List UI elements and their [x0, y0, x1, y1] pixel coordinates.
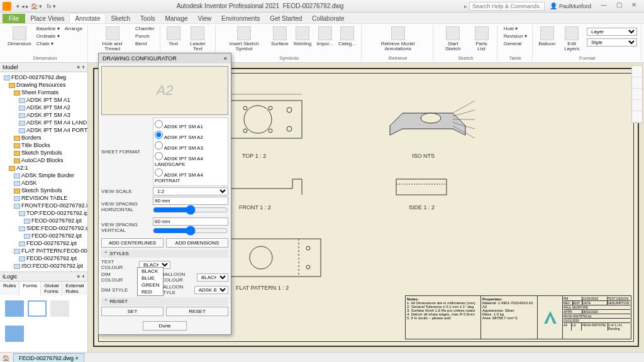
tab-environments[interactable]: Environments: [216, 14, 265, 23]
tab-annotate[interactable]: Annotate: [69, 13, 106, 23]
orbit-icon[interactable]: [632, 77, 642, 89]
tree-node[interactable]: FEOD-00276792.ipt: [1, 232, 86, 239]
punch-button[interactable]: Punch: [134, 33, 156, 40]
chamfer-button[interactable]: Chamfer: [134, 25, 156, 32]
close-button[interactable]: ✕: [626, 1, 641, 11]
doc-tab-home-icon[interactable]: 🏠: [3, 355, 9, 361]
logic-tab-global[interactable]: Global Forms: [41, 282, 62, 295]
sketch-symbol-button[interactable]: Insert Sketch Symbol: [221, 25, 267, 53]
welding-button[interactable]: Welding: [292, 25, 313, 48]
model-tree[interactable]: FEOD-00276792.dwgDrawing ResourcesSheet …: [0, 72, 87, 272]
text-colour-dropdown[interactable]: BLACK BLUE GREEN RED: [137, 267, 164, 296]
ilogic-close-icon[interactable]: × +: [77, 273, 85, 280]
logic-tab-external[interactable]: External Rules: [62, 282, 87, 295]
view-scale-select[interactable]: 1:2: [153, 187, 228, 195]
tree-node[interactable]: ADSK: [1, 179, 86, 187]
tree-node[interactable]: FEOD-00276792.dwg: [1, 74, 86, 81]
help-search-input[interactable]: [469, 2, 545, 11]
logic-tab-rules[interactable]: Rules: [0, 282, 19, 295]
colour-option-green[interactable]: GREEN: [138, 282, 163, 288]
dialog-close-icon[interactable]: ×: [224, 55, 227, 62]
tree-node[interactable]: ADSK Simple Border: [1, 172, 86, 179]
tree-node[interactable]: ADSK IPT SM A4 PORTRAIT: [1, 126, 86, 134]
text-button[interactable]: Text: [165, 25, 182, 48]
tree-node[interactable]: FEOD-00276792.ipt: [1, 255, 86, 262]
add-dimensions-button[interactable]: ADD DIMENSIONS: [166, 238, 228, 248]
tree-node[interactable]: AutoCAD Blocks: [1, 156, 86, 164]
tree-node[interactable]: FLAT PATTERN:FEOD-00276792.ipt: [1, 247, 86, 255]
tab-manage[interactable]: Manage: [160, 14, 192, 23]
tree-node[interactable]: ADSK IPT SM A2: [1, 104, 86, 111]
layer-select[interactable]: Layer: [587, 28, 637, 36]
tree-node[interactable]: Borders: [1, 134, 86, 141]
form-shape[interactable]: [5, 326, 24, 342]
surface-button[interactable]: Surface: [270, 25, 290, 48]
set-button[interactable]: SET: [101, 307, 164, 316]
baseline-button[interactable]: Baseline ▾: [35, 25, 61, 32]
tree-node[interactable]: Sketch Symbols: [1, 149, 86, 156]
tree-node[interactable]: FEOD-00276792.ipt: [1, 217, 86, 224]
tree-node[interactable]: Title Blocks: [1, 141, 86, 149]
tree-node[interactable]: Drawing Resources: [1, 81, 86, 89]
ordinate-button[interactable]: Ordinate ▾: [35, 33, 61, 40]
logic-tab-forms[interactable]: Forms: [19, 282, 41, 295]
panel-close-icon[interactable]: × +: [77, 64, 85, 70]
reset-button[interactable]: RESET: [166, 307, 228, 316]
parts-list-button[interactable]: Parts List: [470, 25, 492, 53]
chain-button[interactable]: Chain ▾: [35, 40, 61, 47]
look-at-icon[interactable]: [632, 111, 642, 123]
zoom-icon[interactable]: [632, 100, 642, 111]
form-shape[interactable]: [5, 300, 24, 317]
start-sketch-button[interactable]: Start Sketch: [438, 25, 467, 53]
balloon-colour-select[interactable]: BLACK: [197, 273, 228, 282]
bend-button[interactable]: Bend: [134, 40, 156, 47]
colour-option-red[interactable]: RED: [138, 288, 163, 295]
qat[interactable]: ▾ ◂ ▸ 🏠 ▾ fx ▾: [16, 3, 56, 9]
file-tab[interactable]: File: [3, 14, 25, 23]
retrieve-button[interactable]: Retrieve Model Annotations: [367, 25, 429, 53]
tree-node[interactable]: FEOD-00276792.ipt: [1, 239, 86, 247]
leader-text-button[interactable]: Leader Text: [184, 25, 212, 53]
home-view-icon[interactable]: [632, 66, 642, 77]
spacing-h-slider[interactable]: [153, 205, 228, 215]
tree-node[interactable]: TOP:FEOD-00276792.ipt: [1, 209, 86, 217]
maximize-button[interactable]: ▢: [611, 1, 626, 11]
general-button[interactable]: General: [502, 40, 528, 47]
tab-tools[interactable]: Tools: [135, 14, 160, 23]
balloon-style-select[interactable]: ADSK B...: [194, 286, 228, 294]
balloon-button[interactable]: Balloon: [538, 25, 557, 48]
dimension-button[interactable]: Dimension: [6, 25, 33, 48]
form-shape[interactable]: [50, 300, 69, 317]
tree-node[interactable]: ADSK IPT SM A3: [1, 111, 86, 119]
import-button[interactable]: Impor...: [315, 25, 335, 48]
form-shape[interactable]: [28, 300, 47, 317]
edit-layers-button[interactable]: Edit Layers: [559, 25, 584, 53]
tree-node[interactable]: SIDE:FEOD-00276792.ipt: [1, 224, 86, 232]
revision-button[interactable]: Revision ▾: [502, 33, 528, 40]
spacing-v-slider[interactable]: [153, 226, 228, 236]
tree-node[interactable]: ADSK IPT SM A4 LANDSCAPE: [1, 119, 86, 126]
user-name[interactable]: PaulMunford: [559, 3, 591, 9]
add-centerlines-button[interactable]: ADD CENTERLINES: [101, 238, 164, 248]
hole-table-button[interactable]: Hole ▾: [502, 25, 528, 32]
tab-place-views[interactable]: Place Views: [25, 14, 69, 23]
tree-node[interactable]: ADSK IPT SM A1: [1, 96, 86, 104]
done-button[interactable]: Done: [143, 321, 187, 331]
sheet-format-options[interactable]: ADSK IPT SM A1 ADSK IPT SM A2 ADSK IPT S…: [153, 118, 228, 186]
tab-collaborate[interactable]: Collaborate: [307, 14, 349, 23]
arrange-button[interactable]: Arrange: [64, 25, 84, 32]
category-button[interactable]: Categ...: [337, 25, 357, 48]
tab-view[interactable]: View: [193, 14, 217, 23]
style-select[interactable]: Style: [587, 38, 637, 47]
tab-get-started[interactable]: Get Started: [265, 14, 307, 23]
hole-thread-button[interactable]: Hole and Thread: [93, 25, 131, 53]
tree-node[interactable]: REVISION TABLE: [1, 194, 86, 202]
user-icon[interactable]: 👤: [550, 3, 557, 9]
pan-icon[interactable]: [632, 89, 642, 100]
tree-node[interactable]: Sheet Formats: [1, 89, 86, 96]
tree-node[interactable]: Sketch Symbols: [1, 187, 86, 194]
tree-node[interactable]: FRONT:FEOD-00276792.ipt: [1, 202, 86, 209]
minimize-button[interactable]: —: [596, 1, 611, 11]
spacing-v-input[interactable]: [153, 217, 228, 226]
document-tab[interactable]: FEOD-00276792.dwg ×: [13, 353, 84, 363]
